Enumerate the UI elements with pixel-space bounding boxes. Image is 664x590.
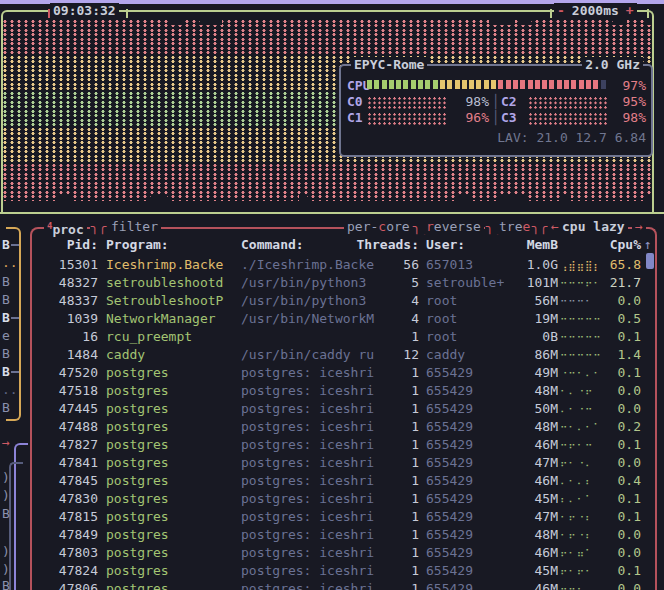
cell-cpu-pct: 0.1 (606, 328, 641, 346)
column-header-threads[interactable]: Threads: (355, 236, 419, 253)
process-row[interactable]: 47488postgrespostgres: iceshri165542948M… (30, 418, 653, 436)
meter-square (469, 80, 474, 89)
column-header-cpu[interactable]: Cpu% (559, 236, 641, 253)
process-row[interactable]: 47841postgrespostgres: iceshri165542947M… (30, 454, 653, 472)
process-row[interactable]: 15301Iceshrimp.Backe./Iceshrimp.Backe566… (30, 256, 653, 274)
cell-cpu-pct: 0.1 (606, 436, 641, 454)
per-core-post: ore (386, 219, 409, 234)
cutoff-fragment: B (2, 364, 10, 380)
cutoff-fragment: ) (2, 488, 10, 504)
cell-mem: 101M (476, 274, 558, 292)
cell-cpu-pct: 0.1 (606, 562, 641, 580)
cutoff-fragment: B (2, 292, 10, 308)
meter-square (586, 80, 591, 89)
process-row[interactable]: 48327setroubleshootd/usr/bin/python35set… (30, 274, 653, 292)
process-row[interactable]: 47518postgrespostgres: iceshri165542948M… (30, 382, 653, 400)
mem-edge-tick2 (11, 317, 19, 319)
process-scrollbar[interactable] (646, 253, 654, 269)
sort-column-selector[interactable]: cpu lazy (559, 219, 628, 234)
cell-mem: 45M (476, 490, 558, 508)
sort-right-arrow[interactable]: → (632, 219, 646, 234)
reverse-post: everse (434, 219, 481, 234)
cell-cpu-pct: 0.4 (606, 472, 641, 490)
process-row[interactable]: 47827postgrespostgres: iceshri165542946M… (30, 436, 653, 454)
process-row[interactable]: 47520postgrespostgres: iceshri165542949M… (30, 364, 653, 382)
process-row[interactable]: 47803postgrespostgres: iceshri165542946M… (30, 544, 653, 562)
cell-cpu-minigraph: ⠒⠂⠄⠂⠁ (560, 419, 604, 437)
process-row[interactable]: 47824postgrespostgres: iceshri165542945M… (30, 562, 653, 580)
cell-pid: 47827 (40, 436, 98, 454)
process-row[interactable]: 16rcu_preempt1root0B⠒⠒⠒⠒⠒0.1 (30, 328, 653, 346)
cell-program: postgres (106, 490, 238, 508)
meter-square (476, 80, 481, 89)
interval-increase-button[interactable]: + (626, 3, 634, 18)
cell-program: postgres (106, 382, 238, 400)
graph-notch (455, 194, 471, 201)
per-core-pre: per- (347, 219, 378, 234)
column-header-program[interactable]: Program: (106, 236, 169, 253)
cutoff-fragment: B (2, 237, 10, 253)
cell-program: postgres (106, 418, 238, 436)
cell-mem: 46M (476, 436, 558, 454)
cell-threads: 1 (355, 508, 419, 526)
cell-threads: 1 (355, 544, 419, 562)
cell-cpu-minigraph: ⠒⠒⠂ (560, 581, 604, 590)
cell-cpu-pct: 0.5 (606, 310, 641, 328)
toggle-reverse[interactable]: reverse (423, 219, 484, 234)
tab-proc[interactable]: 4proc (44, 219, 87, 234)
interval-left-tick (550, 9, 552, 18)
column-header-user[interactable]: User: (426, 236, 465, 253)
cell-cpu-pct: 0.0 (606, 580, 641, 590)
clock-left-tick (48, 9, 50, 18)
process-row[interactable]: 47815postgrespostgres: iceshri165542947M… (30, 508, 653, 526)
process-row[interactable]: 1039NetworkManager/usr/bin/NetworkM4root… (30, 310, 653, 328)
cell-pid: 47841 (40, 454, 98, 472)
cell-cpu-minigraph: ⠒⠖⠂⠒ (560, 437, 604, 455)
meter-square (462, 80, 467, 89)
cell-cpu-minigraph: ⠒⠒⠒⠒⠒ (560, 311, 604, 329)
process-rows: 15301Iceshrimp.Backe./Iceshrimp.Backe566… (30, 254, 653, 590)
cell-threads: 1 (355, 472, 419, 490)
process-row[interactable]: 47845postgrespostgres: iceshri165542946M… (30, 472, 653, 490)
toggle-per-core[interactable]: per-core (344, 219, 413, 234)
cell-program: postgres (106, 562, 238, 580)
net-graph-edge (9, 462, 23, 590)
process-row[interactable]: 47849postgrespostgres: iceshri165542948M… (30, 526, 653, 544)
meter-square (389, 80, 394, 89)
tree-pre: tre (499, 219, 522, 234)
cell-cpu-minigraph: ⠆⠄⠂⠁ (560, 491, 604, 509)
graph-notch (497, 194, 527, 201)
cell-threads: 1 (355, 364, 419, 382)
cell-mem: 19M (476, 310, 558, 328)
cell-cpu-minigraph: ⠒⠒⠒⠒⠒ (560, 329, 604, 347)
cell-pid: 47845 (40, 472, 98, 490)
cell-mem: 1.0G (476, 256, 558, 274)
cell-mem: 47M (476, 508, 558, 526)
meter-square (601, 80, 606, 89)
process-row[interactable]: 47445postgrespostgres: iceshri165542950M… (30, 400, 653, 418)
column-header-command[interactable]: Command: (241, 236, 304, 253)
process-row[interactable]: 1484caddy/usr/bin/caddy ru12caddy86M⠒⠒⠒⠒… (30, 346, 653, 364)
toggle-tree[interactable]: tree (496, 219, 533, 234)
column-header-mem[interactable]: MemB (476, 236, 558, 253)
cell-pid: 47488 (40, 418, 98, 436)
cell-program: NetworkManager (106, 310, 238, 328)
filter-button[interactable]: filter (108, 219, 161, 234)
meter-square (418, 80, 423, 89)
meter-square (367, 80, 372, 89)
cell-pid: 48337 (40, 292, 98, 310)
cell-mem: 50M (476, 400, 558, 418)
core-c3-label: C3 (501, 110, 517, 125)
meter-square (564, 80, 569, 89)
process-row[interactable]: 47806postgrespostgres: iceshri165542946M… (30, 580, 653, 590)
process-row[interactable]: 48337SetroubleshootP/usr/bin/python34roo… (30, 292, 653, 310)
cell-cpu-minigraph: ⢠⣾⣶⣿⡆ (560, 257, 604, 275)
meter-square (528, 80, 533, 89)
cell-threads: 56 (355, 256, 419, 274)
interval-decrease-button[interactable]: - (557, 3, 565, 18)
sort-direction-icon[interactable]: ↑ (644, 237, 652, 252)
process-row[interactable]: 47830postgrespostgres: iceshri165542945M… (30, 490, 653, 508)
meter-square (506, 80, 511, 89)
column-header-pid[interactable]: Pid: (40, 236, 98, 253)
cell-pid: 47445 (40, 400, 98, 418)
